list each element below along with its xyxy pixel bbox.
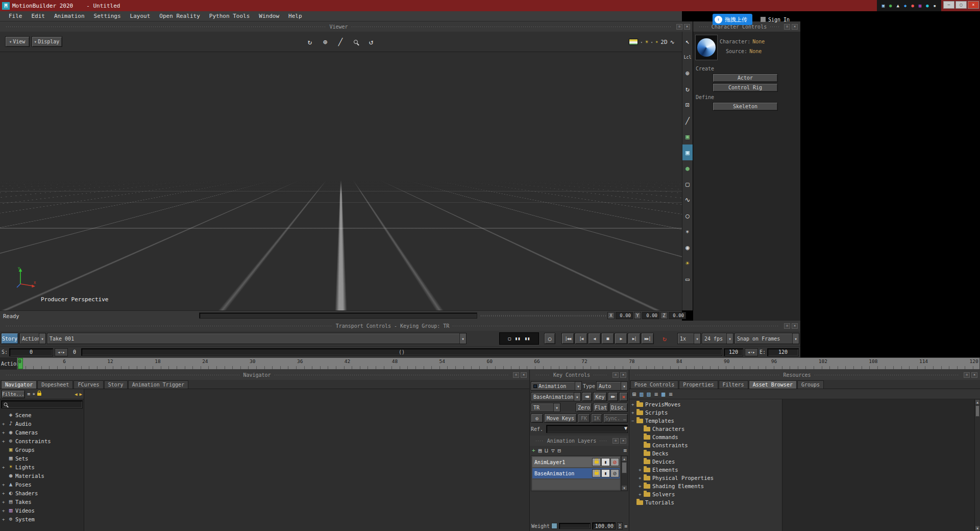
menu-item[interactable]: Open Reality: [155, 13, 204, 19]
minimize-button[interactable]: —: [943, 1, 954, 9]
tree-expander[interactable]: +: [639, 467, 644, 472]
tray-icon[interactable]: ●: [911, 3, 914, 8]
start-frame-input[interactable]: 0: [9, 348, 53, 356]
side-tool-icon[interactable]: ⊡: [682, 97, 693, 113]
asset-folder-row[interactable]: + Elements: [629, 466, 782, 474]
lighting-icon[interactable]: ☀: [645, 39, 649, 45]
timeline-strip-icon[interactable]: [629, 39, 638, 45]
tree-item[interactable]: ◈ Scene: [0, 411, 84, 419]
animation-layer-row[interactable]: AnimLayer1 ▮ ⊘: [532, 457, 620, 467]
tree-expander[interactable]: +: [631, 402, 636, 407]
resources-tab[interactable]: Properties: [679, 380, 718, 389]
asset-view-icon[interactable]: ▥: [640, 391, 643, 398]
navigator-tab[interactable]: FCurves: [74, 380, 103, 389]
close-button[interactable]: ×: [968, 1, 979, 9]
skeleton-button[interactable]: Skeleton: [713, 102, 778, 111]
resources-tab[interactable]: Groups: [797, 380, 824, 389]
tree-item[interactable]: + ♪ Audio: [0, 419, 84, 428]
tree-expander[interactable]: +: [2, 430, 7, 435]
side-tool-icon[interactable]: ○: [682, 208, 693, 224]
view-dropdown[interactable]: ▼ View: [5, 36, 30, 47]
curve-tool-icon[interactable]: ∿: [670, 39, 675, 45]
resources-scrollbar[interactable]: ▲ ▼: [974, 399, 980, 531]
layer-tool-icon[interactable]: ⊟: [558, 447, 561, 454]
menu-item[interactable]: Layout: [126, 13, 155, 19]
playback-button[interactable]: ■: [601, 333, 614, 344]
weight-key-box[interactable]: [551, 523, 557, 529]
layer-mute-icon[interactable]: ⊘: [610, 469, 619, 477]
side-tool-icon[interactable]: ◉: [682, 239, 693, 255]
2d-mode-button[interactable]: 2D: [660, 39, 667, 45]
pivot-toggle[interactable]: ⊙: [531, 414, 543, 423]
tree-item[interactable]: + ⊕ System: [0, 515, 84, 523]
panel-dock-icon[interactable]: ▫: [676, 24, 682, 30]
tree-item[interactable]: + ☀ Lights: [0, 463, 84, 471]
upload-button[interactable]: ↑ 拖拽上传: [713, 14, 752, 25]
action-dropdown[interactable]: Action▼: [19, 333, 46, 344]
history-forward-icon[interactable]: ▶: [80, 392, 82, 397]
asset-folder-row[interactable]: + Physical Properties: [629, 474, 782, 482]
asset-view-icon[interactable]: ≡: [669, 391, 672, 398]
tray-icon[interactable]: ▣: [882, 3, 885, 8]
tree-expander[interactable]: +: [2, 508, 7, 513]
layer-mute-icon[interactable]: ⊘: [610, 458, 619, 466]
tree-item[interactable]: ▣ Groups: [0, 445, 84, 454]
slider-handle[interactable]: (): [399, 349, 405, 355]
ik-button[interactable]: IK: [591, 414, 602, 423]
weight-slider[interactable]: [559, 523, 591, 529]
side-tool-icon[interactable]: ▢: [682, 176, 693, 192]
panel-dock-icon[interactable]: ▫: [612, 372, 619, 378]
orbit-icon[interactable]: ↻: [305, 38, 314, 46]
asset-folder-row[interactable]: − Templates: [629, 417, 782, 425]
sync-button[interactable]: Sync. …: [603, 414, 628, 423]
navigator-tab[interactable]: Dopesheet: [37, 380, 73, 389]
asset-view-icon[interactable]: ⊞: [632, 391, 636, 398]
frame-ruler[interactable]: 0 6 12 18 24 30 36 42 48 54 60 66 72 78 …: [17, 357, 980, 370]
layer-solo-icon[interactable]: ▮: [601, 458, 610, 466]
side-tool-icon[interactable]: ↻: [682, 81, 693, 97]
tree-item[interactable]: + ⊗ Constraints: [0, 437, 84, 445]
wand-icon[interactable]: ∗: [32, 391, 35, 397]
layer-lock-icon[interactable]: [592, 458, 601, 466]
tree-expander[interactable]: +: [639, 492, 644, 497]
tree-expander[interactable]: −: [631, 418, 636, 423]
asset-folder-row[interactable]: Constraints: [629, 441, 782, 449]
tree-expander[interactable]: +: [2, 465, 7, 470]
layers-menu-icon[interactable]: ≡: [623, 447, 627, 454]
playback-button[interactable]: ▶: [615, 333, 627, 344]
playback-button[interactable]: ▶▶|: [641, 333, 654, 344]
asset-folder-row[interactable]: Devices: [629, 457, 782, 466]
menu-item[interactable]: Window: [254, 13, 284, 19]
asset-folder-row[interactable]: + Scripts: [629, 408, 782, 417]
flat-button[interactable]: Flat: [593, 403, 608, 412]
lock-icon[interactable]: [37, 393, 41, 396]
tree-item[interactable]: + ◉ Cameras: [0, 428, 84, 437]
panel-close-icon[interactable]: ×: [684, 24, 690, 30]
side-tool-icon[interactable]: ▣: [682, 144, 693, 160]
key-button[interactable]: Key: [593, 392, 606, 401]
navigator-tab[interactable]: Animation Trigger: [128, 380, 188, 389]
panel-dock-icon[interactable]: ▫: [964, 372, 970, 378]
side-tool-icon[interactable]: ●: [682, 160, 693, 176]
actor-button[interactable]: Actor: [713, 74, 778, 82]
asset-folder-row[interactable]: + Solvers: [629, 490, 782, 498]
tree-item[interactable]: ▦ Sets: [0, 454, 84, 463]
menu-item[interactable]: Animation: [50, 13, 89, 19]
fps-dropdown[interactable]: 24 fps▼: [702, 333, 733, 344]
asset-view-icon[interactable]: ▤: [647, 391, 650, 398]
measure-icon[interactable]: ╱: [336, 38, 345, 46]
side-tool-icon[interactable]: ∗: [682, 224, 693, 239]
end-spinner[interactable]: ◀▶: [745, 348, 758, 356]
control-rig-button[interactable]: Control Rig: [713, 83, 778, 92]
tree-expander[interactable]: +: [2, 491, 7, 496]
tray-icon[interactable]: ◆: [904, 3, 906, 8]
asset-folder-row[interactable]: Decks: [629, 449, 782, 457]
fk-button[interactable]: FK: [578, 414, 590, 423]
playback-button[interactable]: ▶|: [628, 333, 641, 344]
layer-select-dropdown[interactable]: BaseAnimation▼: [531, 392, 581, 401]
range-end-input[interactable]: 120: [724, 348, 743, 356]
panel-close-icon[interactable]: ×: [521, 372, 527, 378]
tree-expander[interactable]: +: [639, 475, 644, 480]
3d-viewport[interactable]: Y X Producer Perspective: [0, 52, 682, 310]
keying-group-dropdown[interactable]: TR▼: [531, 403, 560, 412]
